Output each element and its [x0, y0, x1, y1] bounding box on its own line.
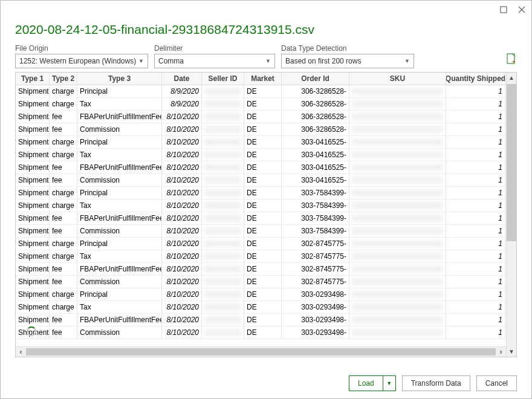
table-row[interactable]: ShipmentchargePrincipal8/10/2020DE303-75… [16, 187, 506, 199]
table-cell: 8/10/2020 [162, 276, 202, 288]
table-row[interactable]: ShipmentfeeFBAPerUnitFulfillmentFee8/10/… [16, 212, 506, 225]
import-controls: File Origin 1252: Western European (Wind… [15, 44, 517, 68]
column-header[interactable]: Type 3 [77, 73, 162, 85]
column-header[interactable]: Quantity Shipped [446, 73, 505, 85]
transform-data-button[interactable]: Transform Data [402, 375, 470, 391]
redacted-value [204, 177, 241, 184]
open-file-icon[interactable] [506, 53, 517, 68]
table-row[interactable]: ShipmentchargePrincipal8/10/2020DE303-02… [16, 288, 506, 301]
column-header[interactable]: Type 2 [50, 73, 77, 85]
table-cell: DE [244, 85, 282, 97]
table-cell: fee [50, 212, 77, 224]
column-header[interactable]: Type 1 [16, 73, 50, 85]
table-cell: Principal [77, 238, 162, 250]
table-row[interactable]: ShipmentchargeTax8/10/2020DE303-0293498-… [16, 301, 506, 314]
column-header[interactable]: Date [162, 73, 202, 85]
table-cell: Shipment [16, 225, 50, 237]
detection-select[interactable]: Based on first 200 rows ▼ [281, 54, 414, 68]
table-row[interactable]: ShipmentfeeCommission8/10/2020DE303-0416… [16, 174, 506, 187]
table-row[interactable]: ShipmentchargeTax8/10/2020DE303-0416525-… [16, 149, 506, 161]
table-row[interactable]: ShipmentchargePrincipal8/10/2020DE303-04… [16, 136, 506, 149]
table-cell [349, 225, 446, 237]
table-row[interactable]: ShipmentchargePrincipal8/9/2020DE306-328… [16, 85, 506, 98]
table-cell: 8/10/2020 [162, 263, 202, 275]
table-cell: 1 [446, 161, 505, 174]
scrollbar-thumb[interactable] [26, 348, 496, 355]
table-cell: Shipment [16, 250, 50, 262]
redacted-value [204, 151, 241, 158]
table-cell [202, 199, 244, 212]
table-cell: 8/10/2020 [162, 149, 202, 161]
load-dropdown-button[interactable]: ▼ [383, 375, 396, 391]
column-header[interactable]: Seller ID [202, 73, 244, 85]
table-row[interactable]: ShipmentchargeTax8/10/2020DE302-8745775-… [16, 250, 506, 263]
table-row[interactable]: ShipmentchargePrincipal8/10/2020DE302-87… [16, 238, 506, 250]
table-cell [202, 174, 244, 186]
table-cell: charge [50, 98, 77, 110]
table-cell: 8/10/2020 [162, 136, 202, 148]
table-cell: Commission [77, 326, 162, 339]
table-cell: 8/10/2020 [162, 238, 202, 250]
table-cell: fee [50, 263, 77, 275]
table-cell: Shipment [16, 314, 50, 326]
table-row[interactable]: ShipmentfeeCommission8/10/2020DE303-7584… [16, 225, 506, 238]
table-row[interactable]: ShipmentchargeTax8/10/2020DE303-7584399-… [16, 199, 506, 212]
column-header[interactable]: Order Id [282, 73, 349, 85]
table-cell: 303-0293498- [282, 288, 349, 300]
table-cell: 303-0293498- [282, 301, 349, 313]
scroll-right-icon[interactable]: › [496, 347, 506, 357]
table-cell [202, 288, 244, 300]
table-cell [349, 161, 446, 174]
scrollbar-thumb[interactable] [507, 84, 516, 241]
horizontal-scrollbar[interactable]: ‹ › [16, 346, 506, 357]
redacted-value [352, 164, 443, 171]
table-cell: Shipment [16, 174, 50, 186]
table-cell: DE [244, 250, 282, 262]
scroll-left-icon[interactable]: ‹ [16, 347, 26, 357]
table-row[interactable]: ShipmentchargeTax8/9/2020DE306-3286528-1 [16, 98, 506, 111]
table-row[interactable]: ShipmentfeeCommission8/10/2020DE306-3286… [16, 123, 506, 136]
column-header[interactable]: Market [244, 73, 282, 85]
detection-value: Based on first 200 rows [285, 57, 361, 65]
table-row[interactable]: ShipmentfeeFBAPerUnitFulfillmentFee8/10/… [16, 263, 506, 276]
table-cell: charge [50, 238, 77, 250]
scroll-up-icon[interactable]: ▲ [507, 73, 516, 83]
table-cell: 8/10/2020 [162, 174, 202, 186]
close-icon[interactable] [518, 6, 525, 13]
table-row[interactable]: ShipmentfeeFBAPerUnitFulfillmentFee8/10/… [16, 314, 506, 326]
table-cell: DE [244, 212, 282, 224]
table-cell: DE [244, 174, 282, 186]
scroll-down-icon[interactable]: ▼ [507, 346, 516, 357]
table-row[interactable]: ShipmentfeeCommission8/10/2020DE303-0293… [16, 326, 506, 339]
table-cell: Shipment [16, 187, 50, 199]
table-cell: Shipment [16, 288, 50, 300]
load-button[interactable]: Load [349, 375, 383, 391]
table-cell [349, 288, 446, 300]
delimiter-select[interactable]: Comma ▼ [154, 54, 275, 68]
table-cell [202, 326, 244, 339]
table-row[interactable]: ShipmentfeeFBAPerUnitFulfillmentFee8/10/… [16, 161, 506, 174]
table-cell [349, 199, 446, 212]
table-cell [202, 238, 244, 250]
table-cell: DE [244, 263, 282, 275]
table-cell: fee [50, 161, 77, 174]
table-cell: 1 [446, 174, 505, 186]
table-cell: 1 [446, 263, 505, 275]
table-cell: 306-3286528- [282, 85, 349, 97]
table-cell [202, 314, 244, 326]
file-origin-label: File Origin [15, 44, 148, 53]
table-cell: 303-0416525- [282, 161, 349, 174]
table-cell: 303-0416525- [282, 149, 349, 161]
vertical-scrollbar[interactable]: ▲ ▼ [506, 73, 516, 357]
table-row[interactable]: ShipmentfeeFBAPerUnitFulfillmentFee8/10/… [16, 111, 506, 123]
cancel-button[interactable]: Cancel [476, 375, 517, 391]
table-cell: 306-3286528- [282, 111, 349, 123]
table-cell [349, 301, 446, 313]
table-cell [349, 276, 446, 288]
column-header[interactable]: SKU [349, 73, 446, 85]
table-row[interactable]: ShipmentfeeCommission8/10/2020DE302-8745… [16, 276, 506, 288]
maximize-icon[interactable] [500, 6, 507, 13]
file-origin-select[interactable]: 1252: Western European (Windows) ▼ [15, 54, 148, 68]
table-cell [202, 123, 244, 135]
table-cell: fee [50, 276, 77, 288]
